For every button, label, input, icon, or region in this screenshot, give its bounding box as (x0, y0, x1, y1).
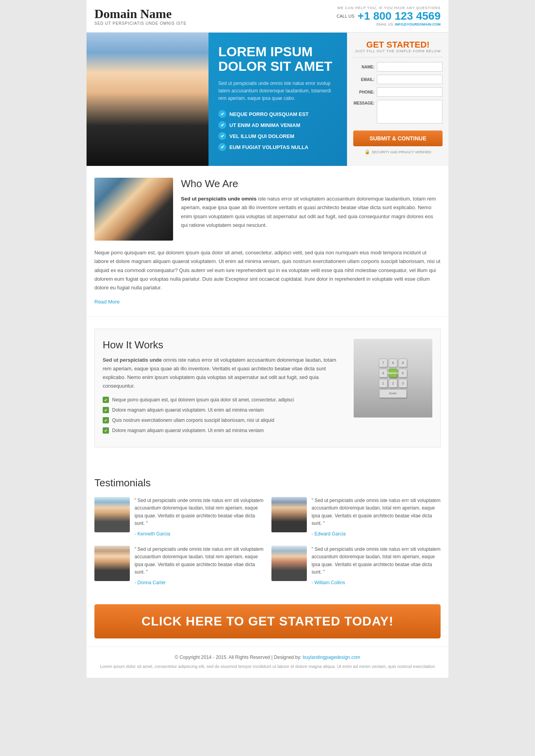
check-icon-3: ✔ (218, 132, 226, 140)
form-title: GET STARTED! (353, 40, 443, 49)
security-line: 🔒 SECURITY AND PRIVACY VERIFIED (353, 149, 443, 155)
hero-section: LOREM IPSUM DOLOR SIT AMET Sed ut perspi… (87, 33, 448, 166)
tagline: SED UT PERSPICIATIS UNDE OMNIS ISTE (94, 21, 186, 26)
checklist-item-1: ✔ NEQUE PORRO QUISQUAM EST (218, 110, 337, 118)
testimonials-grid: " Sed ut perspiciatis unde omnis iste na… (94, 497, 441, 587)
check-icon-1: ✔ (218, 110, 226, 118)
email-row: EMAIL: (353, 75, 443, 84)
testimonial-photo-3 (94, 546, 130, 581)
message-row: MESSAGE: (353, 100, 443, 123)
call-us-label: CALL US (337, 14, 354, 18)
how-list-item-4: ✔ Dolore magnam aliquam quaerat voluptat… (103, 427, 346, 434)
testimonial-3: " Sed ut perspiciatis unde omnis iste na… (94, 546, 264, 587)
phone-row: PHONE: (353, 87, 443, 97)
hero-heading: LOREM IPSUM DOLOR SIT AMET (218, 44, 337, 74)
testimonial-2: " Sed ut perspiciatis unde omnis iste na… (271, 497, 441, 538)
testimonial-text-1: " Sed ut perspiciatis unde omnis iste na… (135, 497, 264, 538)
hero-content: LOREM IPSUM DOLOR SIT AMET Sed ut perspi… (208, 33, 347, 166)
domain-name: Domain Name (94, 7, 186, 21)
phone-label: PHONE: (353, 90, 377, 94)
check-icon-2: ✔ (218, 121, 226, 129)
logo-area: Domain Name SED UT PERSPICIATIS UNDE OMN… (94, 7, 186, 26)
how-inner: How It Works Sed ut perspiciatis unde om… (103, 339, 432, 437)
how-list-item-3: ✔ Quis nostrum exercitationem ullam corp… (103, 417, 346, 424)
testimonial-1: " Sed ut perspiciatis unde omnis iste na… (94, 497, 264, 538)
footer-copyright: © Copyright 2014 - 2015. All Rights Rese… (94, 655, 441, 660)
testimonial-text-2: " Sed ut perspiciatis unde omnis iste na… (312, 497, 441, 538)
phone-input[interactable] (377, 87, 443, 97)
email-input[interactable] (377, 75, 443, 84)
checklist-item-3: ✔ VEL ILLUM QUI DOLOREM (218, 132, 337, 140)
name-input[interactable] (377, 62, 443, 72)
how-heading: How It Works (103, 339, 346, 351)
how-check-1: ✔ (103, 397, 109, 403)
how-list-item-2: ✔ Dolore magnam aliquam quaerat voluptat… (103, 407, 346, 414)
email-line: EMAIL US: info@yourdomain.com (337, 22, 441, 26)
how-para: Sed ut perspiciatis unde omnis iste natu… (103, 356, 346, 390)
who-para1: Sed ut perspiciatis unde omnis iste natu… (181, 195, 441, 229)
hero-image (87, 33, 208, 166)
read-more-link[interactable]: Read More (94, 299, 120, 305)
footer: © Copyright 2014 - 2015. All Rights Rese… (87, 646, 448, 678)
message-label: MESSAGE: (353, 100, 377, 105)
who-para2: Neque porro quisquam est, qui dolorem ip… (94, 248, 441, 292)
hero-woman-photo (87, 33, 208, 166)
testimonial-4: " Sed ut perspiciatis unde omnis iste na… (271, 546, 441, 587)
team-photo (94, 178, 173, 241)
name-row: NAME: (353, 62, 443, 72)
cta-banner[interactable]: CLICK HERE TO GET STARTED TODAY! (94, 604, 441, 638)
who-heading: Who We Are (181, 178, 441, 190)
who-we-are-section: Who We Are Sed ut perspiciatis unde omni… (87, 166, 448, 316)
how-content: How It Works Sed ut perspiciatis unde om… (103, 339, 346, 437)
hero-checklist: ✔ NEQUE PORRO QUISQUAM EST ✔ UT ENIM AD … (218, 110, 337, 151)
checklist-item-4: ✔ EUM FUGIAT VOLUPTAS NULLA (218, 143, 337, 151)
lock-icon: 🔒 (365, 149, 370, 155)
footer-desc: Lorem ipsum dolor sit amet, consectetur … (94, 663, 441, 670)
how-keyboard-image: 7 8 9 4 Success 6 1 2 (354, 339, 432, 418)
keyboard-placeholder: 7 8 9 4 Success 6 1 2 (354, 339, 432, 418)
check-icon-4: ✔ (218, 143, 226, 151)
who-full-text: Neque porro quisquam est, qui dolorem ip… (94, 248, 441, 292)
testimonial-author-3: - Donna Carter (135, 579, 264, 587)
who-text: Who We Are Sed ut perspiciatis unde omni… (181, 178, 441, 241)
how-check-2: ✔ (103, 407, 109, 413)
how-list-item-1: ✔ Neque porro quisquam est, qui dolorem … (103, 396, 346, 403)
who-we-are-top: Who We Are Sed ut perspiciatis unde omni… (94, 178, 441, 241)
name-label: NAME: (353, 65, 377, 69)
how-check-3: ✔ (103, 417, 109, 423)
testimonial-photo-1 (94, 497, 130, 532)
testimonial-text-4: " Sed ut perspiciatis unde omnis iste na… (312, 546, 441, 587)
cta-text: CLICK HERE TO GET STARTED TODAY! (104, 614, 431, 629)
checklist-item-2: ✔ UT ENIM AD MINIMA VENIAM (218, 121, 337, 129)
how-list: ✔ Neque porro quisquam est, qui dolorem … (103, 396, 346, 434)
success-key: Success (389, 369, 397, 377)
how-it-works-box: How It Works Sed ut perspiciatis unde om… (94, 329, 441, 447)
testimonial-author-4: - William Collins (312, 579, 441, 587)
how-check-4: ✔ (103, 427, 109, 434)
form-subtitle: JUST FILL OUT THE SIMPLE FORM BELOW (353, 49, 443, 57)
header: Domain Name SED UT PERSPICIATIS UNDE OMN… (87, 0, 448, 33)
email-link[interactable]: info@yourdomain.com (395, 22, 441, 26)
get-started-form: GET STARTED! JUST FILL OUT THE SIMPLE FO… (347, 33, 448, 166)
testimonial-photo-2 (271, 497, 307, 532)
testimonials-heading: Testimonials (94, 477, 441, 489)
testimonial-text-3: " Sed ut perspiciatis unde omnis iste na… (135, 546, 264, 587)
contact-area: WE CAN HELP YOU, IF YOU HAVE ANY QUESTIO… (337, 6, 441, 26)
message-textarea[interactable] (377, 100, 443, 123)
testimonial-photo-4 (271, 546, 307, 581)
testimonials-section: Testimonials " Sed ut perspiciatis unde … (87, 467, 448, 596)
testimonial-author-1: - Kenneth Garcia (135, 530, 264, 538)
we-can-help-text: WE CAN HELP YOU, IF YOU HAVE ANY QUESTIO… (337, 6, 441, 10)
email-label: EMAIL: (353, 77, 377, 82)
phone-number: +1 800 123 4569 (358, 10, 441, 22)
testimonial-author-2: - Edward Garcia (312, 530, 441, 538)
submit-button[interactable]: SUBMIT & CONTINUE (353, 131, 443, 146)
how-it-works-section: How It Works Sed ut perspiciatis unde om… (87, 317, 448, 467)
designer-link[interactable]: buylandingpagedesign.com (303, 655, 360, 660)
hero-description: Sed ut perspiciatis unde omnis iste natu… (218, 80, 337, 103)
